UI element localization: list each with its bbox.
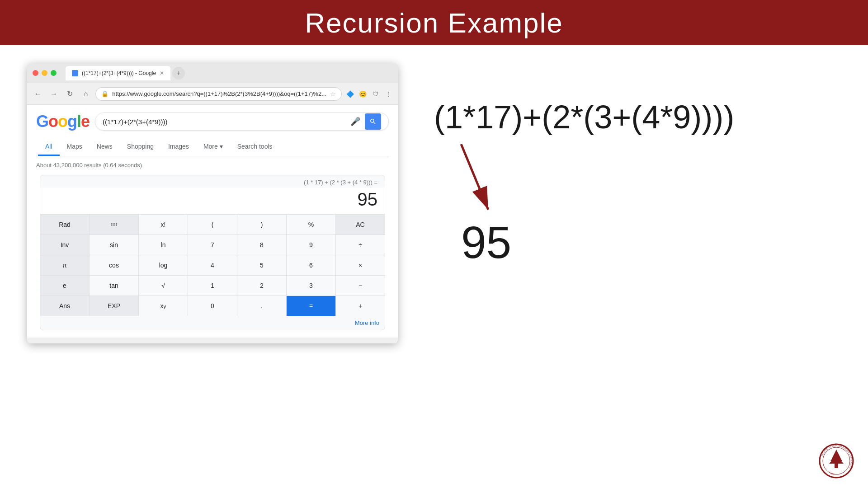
result-display: 95	[461, 216, 511, 268]
calc-btn-sqrt[interactable]: √	[139, 276, 188, 296]
calc-btn-tan[interactable]: tan	[90, 276, 138, 296]
extension-icon-1[interactable]: 🔷	[345, 89, 355, 99]
bookmark-icon[interactable]: ☆	[330, 90, 336, 98]
calc-btn-3[interactable]: 3	[287, 276, 335, 296]
calc-btn-cos[interactable]: cos	[90, 255, 138, 275]
expression-display: (1*17)+(2*(3+(4*9))))	[434, 99, 734, 135]
security-icon: 🔒	[101, 90, 108, 97]
tab-search-tools[interactable]: Search tools	[230, 138, 280, 156]
search-submit-button[interactable]	[365, 113, 381, 130]
calc-btn-multiply[interactable]: ×	[336, 255, 385, 275]
calc-btn-0[interactable]: 0	[188, 296, 237, 316]
close-button[interactable]	[33, 70, 38, 76]
calc-btn-2[interactable]: 2	[237, 276, 286, 296]
calc-btn-ac[interactable]: AC	[336, 215, 385, 235]
google-logo: Google	[36, 112, 90, 131]
tab-all[interactable]: All	[38, 138, 60, 156]
calc-btn-exp[interactable]: EXP	[90, 296, 138, 316]
tab-area: ((1*17)+(2*(3+(4*9)))) - Google ✕ +	[66, 66, 185, 80]
svg-rect-7	[835, 464, 838, 468]
search-query: ((1*17)+(2*(3+(4*9))))	[103, 118, 346, 126]
reload-button[interactable]: ↻	[64, 88, 76, 100]
tab-close-icon[interactable]: ✕	[160, 70, 164, 76]
calc-btn-equals[interactable]: =	[287, 296, 335, 316]
calc-display: 95	[40, 188, 385, 215]
calc-btn-rad[interactable]: Rad	[40, 215, 89, 235]
calc-btn-sin[interactable]: sin	[90, 235, 138, 255]
calc-btn-close-paren[interactable]: )	[237, 215, 286, 235]
tab-maps[interactable]: Maps	[60, 138, 90, 156]
search-tabs: All Maps News Shopping Images More ▾ Sea…	[36, 138, 389, 156]
tab-more[interactable]: More ▾	[196, 138, 230, 156]
back-button[interactable]: ←	[32, 88, 44, 100]
page-title: Recursion Example	[305, 7, 563, 39]
home-button[interactable]: ⌂	[80, 88, 92, 100]
calc-btn-power[interactable]: xy	[139, 296, 188, 316]
browser-menu-icon[interactable]: ⋮	[383, 89, 393, 99]
active-tab[interactable]: ((1*17)+(2*(3+(4*9)))) - Google ✕	[66, 66, 170, 80]
url-text: https://www.google.com/search?q=((1+17)%…	[112, 90, 326, 97]
calc-btn-pi[interactable]: π	[40, 255, 89, 275]
search-icon	[369, 118, 377, 125]
main-content: ((1*17)+(2*(3+(4*9)))) - Google ✕ + ← → …	[0, 45, 868, 361]
maximize-button[interactable]	[51, 70, 57, 76]
microphone-icon[interactable]: 🎤	[350, 117, 360, 127]
calc-btn-9[interactable]: 9	[287, 235, 335, 255]
new-tab-button[interactable]: +	[172, 67, 185, 80]
stanford-seal: LELAND STANFORD JUNIOR UNIVERSITY 1891	[818, 443, 854, 479]
calc-btn-4[interactable]: 4	[188, 255, 237, 275]
search-bar[interactable]: ((1*17)+(2*(3+(4*9)))) 🎤	[95, 113, 389, 131]
calc-btn-percent[interactable]: %	[287, 215, 335, 235]
right-panel: (1*17)+(2*(3+(4*9)))) 95	[434, 63, 841, 268]
extension-icon-2[interactable]: 😊	[358, 89, 368, 99]
arrow-diagram	[452, 144, 506, 216]
svg-line-1	[461, 144, 488, 210]
address-bar[interactable]: 🔒 https://www.google.com/search?q=((1+17…	[95, 87, 342, 101]
calc-btn-1[interactable]: 1	[188, 276, 237, 296]
extension-icon-3[interactable]: 🛡	[371, 89, 381, 99]
calc-btn-7[interactable]: 7	[188, 235, 237, 255]
calc-btn-open-paren[interactable]: (	[188, 215, 237, 235]
calc-btn-e[interactable]: e	[40, 276, 89, 296]
calc-btn-8[interactable]: 8	[237, 235, 286, 255]
traffic-lights	[33, 70, 57, 76]
calc-btn-deg[interactable]: ⠿⠿	[90, 215, 138, 235]
calc-btn-5[interactable]: 5	[237, 255, 286, 275]
minimize-button[interactable]	[42, 70, 47, 76]
tab-title: ((1*17)+(2*(3+(4*9)))) - Google	[82, 70, 156, 76]
calculator-widget: (1 * 17) + (2 * (3 + (4 * 9))) = 95 Rad …	[40, 175, 385, 330]
calc-btn-factorial[interactable]: x!	[139, 215, 188, 235]
browser-window: ((1*17)+(2*(3+(4*9)))) - Google ✕ + ← → …	[27, 63, 398, 343]
tab-favicon	[72, 70, 78, 76]
calc-btn-plus[interactable]: +	[336, 296, 385, 316]
calc-expression: (1 * 17) + (2 * (3 + (4 * 9))) =	[40, 175, 385, 188]
browser-titlebar: ((1*17)+(2*(3+(4*9)))) - Google ✕ +	[27, 63, 398, 83]
results-count: About 43,200,000 results (0.64 seconds)	[36, 162, 389, 169]
calc-btn-inv[interactable]: Inv	[40, 235, 89, 255]
browser-body: Google ((1*17)+(2*(3+(4*9)))) 🎤 All Maps…	[27, 105, 398, 338]
address-bar-row: ← → ↻ ⌂ 🔒 https://www.google.com/search?…	[27, 83, 398, 105]
tab-news[interactable]: News	[90, 138, 120, 156]
forward-button[interactable]: →	[47, 88, 60, 100]
calc-btn-ln[interactable]: ln	[139, 235, 188, 255]
calc-btn-ans[interactable]: Ans	[40, 296, 89, 316]
calc-more-info[interactable]: More info	[40, 316, 385, 330]
expression-text: (1*17)+(2*(3+(4*9))))	[434, 99, 734, 135]
calc-buttons: Rad ⠿⠿ x! ( ) % AC Inv sin ln 7 8 9 ÷	[40, 215, 385, 316]
google-search-row: Google ((1*17)+(2*(3+(4*9)))) 🎤	[36, 112, 389, 131]
calc-btn-minus[interactable]: −	[336, 276, 385, 296]
calc-btn-6[interactable]: 6	[287, 255, 335, 275]
tab-images[interactable]: Images	[161, 138, 196, 156]
page-header: Recursion Example	[0, 0, 868, 45]
tab-shopping[interactable]: Shopping	[120, 138, 161, 156]
calc-btn-log[interactable]: log	[139, 255, 188, 275]
browser-menu-icons: 🔷 😊 🛡 ⋮	[345, 89, 393, 99]
seal-svg: LELAND STANFORD JUNIOR UNIVERSITY 1891	[818, 443, 854, 479]
calc-btn-divide[interactable]: ÷	[336, 235, 385, 255]
calc-btn-dot[interactable]: .	[237, 296, 286, 316]
